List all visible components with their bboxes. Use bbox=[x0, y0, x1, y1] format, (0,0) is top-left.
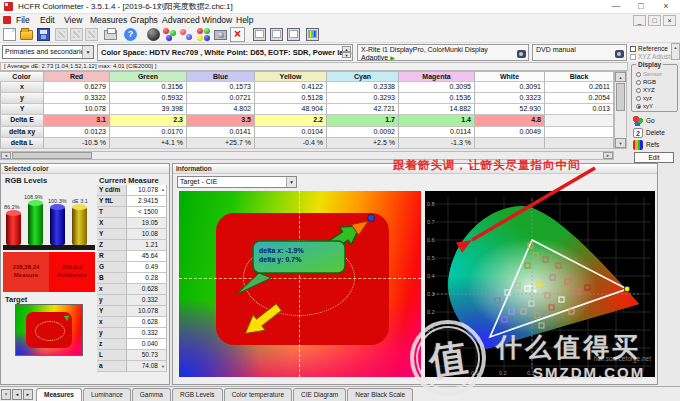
tab-luminance[interactable]: Luminance bbox=[83, 388, 131, 401]
measure-rgb-icon[interactable] bbox=[163, 28, 176, 41]
information-view-select[interactable]: Target - CIE ▼ bbox=[177, 176, 297, 188]
spin-down-icon[interactable]: ▼ bbox=[342, 52, 351, 58]
column-header-green[interactable]: Green bbox=[110, 71, 187, 82]
column-header-magenta[interactable]: Magenta bbox=[399, 71, 475, 82]
refs-button[interactable]: Refs bbox=[633, 140, 679, 151]
cell[interactable]: 0.2611 bbox=[545, 82, 614, 93]
copy-icon[interactable] bbox=[70, 28, 83, 41]
mdi-close-button[interactable]: × bbox=[663, 15, 676, 26]
tab-near-black-scale[interactable]: Near Black Scale bbox=[347, 388, 413, 401]
cell[interactable]: 0.013 bbox=[545, 104, 614, 115]
measure-all-icon[interactable] bbox=[197, 28, 210, 41]
scrollbar-thumb[interactable] bbox=[12, 152, 92, 159]
minimize-button[interactable]: — bbox=[604, 0, 628, 14]
radio-rgb[interactable]: RGB bbox=[636, 78, 656, 86]
delta-e-cell[interactable]: 1.4 bbox=[399, 115, 475, 127]
cell[interactable]: 0.5932 bbox=[110, 93, 187, 104]
tab-rgb-levels[interactable]: RGB Levels bbox=[172, 388, 223, 401]
cell[interactable]: -10.5 % bbox=[44, 138, 110, 149]
cell[interactable]: 0.5128 bbox=[255, 93, 327, 104]
cell[interactable]: 4.802 bbox=[187, 104, 255, 115]
go-button[interactable]: Go bbox=[633, 116, 679, 127]
colorspace-info-box[interactable]: Color Space: HDTV Rec709 , White Point: … bbox=[97, 44, 353, 61]
tab-measures[interactable]: Measures bbox=[36, 388, 82, 401]
cell[interactable]: 0.6279 bbox=[44, 82, 110, 93]
column-header-cyan[interactable]: Cyan bbox=[327, 71, 399, 82]
cell[interactable]: 14.882 bbox=[399, 104, 475, 115]
generator-config-icon[interactable] bbox=[615, 50, 624, 58]
column-header-black[interactable]: Black bbox=[545, 71, 614, 82]
cell[interactable] bbox=[475, 138, 545, 149]
help-icon[interactable]: ? bbox=[124, 28, 137, 41]
save-icon[interactable] bbox=[37, 28, 50, 41]
delta-e-cell[interactable]: 3.5 bbox=[187, 115, 255, 127]
delta-e-cell[interactable]: 1.7 bbox=[327, 115, 399, 127]
cell[interactable]: 0.4122 bbox=[255, 82, 327, 93]
column-header-yellow[interactable]: Yellow bbox=[255, 71, 327, 82]
sensor-box[interactable]: X-Rite i1 DisplayPro, ColorMunki Display… bbox=[357, 44, 529, 61]
cell[interactable]: 0.0141 bbox=[187, 127, 255, 138]
column-header-blue[interactable]: Blue bbox=[187, 71, 255, 82]
tab-gamma[interactable]: Gamma bbox=[132, 388, 171, 401]
delta-e-cell[interactable]: 2.3 bbox=[110, 115, 187, 127]
cell[interactable]: 0.0049 bbox=[475, 127, 545, 138]
scroll-up-icon[interactable]: ▲ bbox=[615, 72, 626, 82]
close-button[interactable]: × bbox=[654, 0, 678, 14]
chevron-down-icon[interactable]: ▼ bbox=[82, 46, 93, 58]
delta-e-cell[interactable]: 2.2 bbox=[255, 115, 327, 127]
column-header-color[interactable]: Color bbox=[0, 71, 44, 82]
menu-advanced[interactable]: Advanced bbox=[158, 14, 204, 27]
menu-file[interactable]: File bbox=[12, 14, 34, 27]
cell[interactable]: 0.3293 bbox=[327, 93, 399, 104]
menu-graphs[interactable]: Graphs bbox=[126, 14, 162, 27]
cell[interactable]: 52.930 bbox=[475, 104, 545, 115]
cell[interactable]: +4.1 % bbox=[110, 138, 187, 149]
cell[interactable]: +2.5 % bbox=[327, 138, 399, 149]
chevron-down-icon[interactable]: ▼ bbox=[286, 177, 296, 187]
sensor-icon[interactable] bbox=[147, 28, 160, 41]
menu-help[interactable]: Help bbox=[232, 14, 257, 27]
delete-button[interactable]: 2 Delete bbox=[633, 128, 679, 139]
column-header-red[interactable]: Red bbox=[44, 71, 110, 82]
delta-e-cell[interactable]: 4.8 bbox=[475, 115, 545, 127]
monitor-color-view-icon[interactable] bbox=[306, 28, 319, 41]
monitor-view-2-icon[interactable] bbox=[270, 28, 283, 41]
scroll-up-icon[interactable]: ▲ bbox=[161, 187, 165, 192]
column-header-white[interactable]: White bbox=[475, 71, 545, 82]
cell[interactable]: 0.0114 bbox=[399, 127, 475, 138]
cell[interactable]: -0.4 % bbox=[255, 138, 327, 149]
cut-icon[interactable] bbox=[55, 28, 68, 41]
cell[interactable]: 0.0170 bbox=[110, 127, 187, 138]
maximize-button[interactable]: □ bbox=[629, 0, 653, 14]
open-file-icon[interactable] bbox=[20, 30, 33, 40]
measure-primaries-icon[interactable] bbox=[180, 28, 193, 41]
cell[interactable]: 0.0092 bbox=[327, 127, 399, 138]
snapshot-icon[interactable] bbox=[214, 30, 227, 40]
tab-scroll-right-icon[interactable]: ► bbox=[23, 389, 33, 400]
sensor-config-icon[interactable] bbox=[517, 50, 526, 58]
cell[interactable]: +25.7 % bbox=[187, 138, 255, 149]
new-file-icon[interactable] bbox=[3, 28, 16, 41]
measure-mode-select[interactable]: Primaries and secondaries ▼ bbox=[2, 45, 94, 59]
cell[interactable] bbox=[545, 138, 614, 149]
cell[interactable]: 0.3095 bbox=[399, 82, 475, 93]
paste-icon[interactable] bbox=[85, 28, 98, 41]
radio-xyz[interactable]: XYZ bbox=[636, 86, 655, 94]
tab-scroll-left-icon[interactable]: ◄ bbox=[12, 389, 22, 400]
cell[interactable]: 48.904 bbox=[255, 104, 327, 115]
print-icon[interactable] bbox=[104, 30, 117, 40]
radio-xyz-lower[interactable]: xyz bbox=[636, 94, 652, 102]
cell[interactable]: 0.2054 bbox=[545, 93, 614, 104]
scroll-down-icon[interactable]: ▼ bbox=[615, 138, 626, 148]
tab-color-temperature[interactable]: Color temperature bbox=[224, 388, 292, 401]
cell[interactable] bbox=[545, 127, 614, 138]
generator-box[interactable]: DVD manual bbox=[532, 44, 627, 61]
mdi-minimize-button[interactable]: _ bbox=[633, 15, 646, 26]
scroll-right-icon[interactable]: ► bbox=[603, 152, 613, 159]
cell[interactable]: 0.0123 bbox=[44, 127, 110, 138]
mdi-restore-button[interactable]: □ bbox=[648, 15, 661, 26]
monitor-view-1-icon[interactable] bbox=[253, 28, 266, 41]
cell[interactable]: 0.0104 bbox=[255, 127, 327, 138]
menu-view[interactable]: View bbox=[60, 14, 86, 27]
cell[interactable]: 0.3156 bbox=[110, 82, 187, 93]
